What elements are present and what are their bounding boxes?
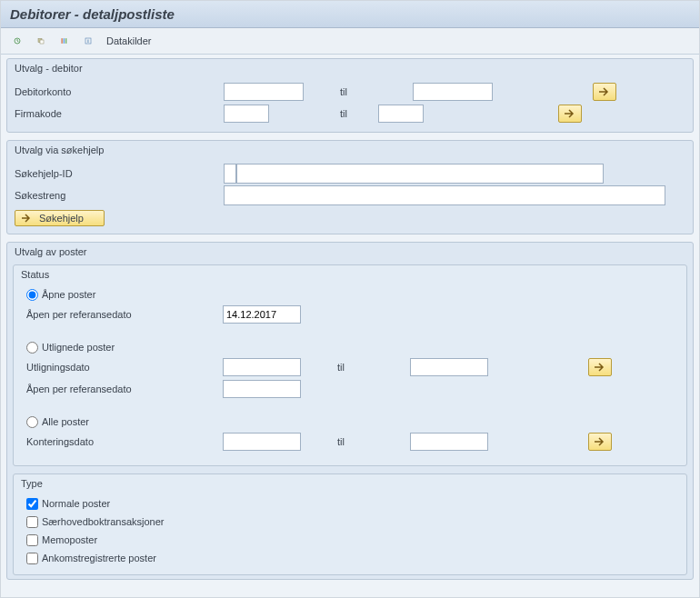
status-title: Status: [14, 265, 686, 284]
sokestreng-input[interactable]: [224, 185, 665, 205]
radio-cleared-poster[interactable]: Utlignede poster: [26, 338, 679, 356]
radio-all-poster[interactable]: Alle poster: [26, 413, 679, 431]
multiselect-utligningsdato-button[interactable]: [588, 358, 612, 376]
label-konteringsdato: Konteringsdato: [26, 436, 223, 447]
radio-open-poster-input[interactable]: [26, 289, 38, 301]
group-poster: Utvalg av poster Status Åpne poster Åpen…: [6, 242, 694, 580]
check-ankomst-input[interactable]: [26, 553, 38, 564]
type-title: Type: [14, 474, 686, 493]
svg-rect-2: [40, 40, 44, 44]
utligningsdato-to-input[interactable]: [410, 358, 488, 376]
label-sokehjelp-id: Søkehjelp-ID: [15, 168, 224, 179]
group-debitor-title: Utvalg - debitor: [7, 59, 693, 77]
svg-rect-3: [62, 38, 63, 44]
group-poster-title: Utvalg av poster: [7, 243, 693, 261]
label-sokestreng: Søkestreng: [15, 190, 224, 201]
row-sokestreng: Søkestreng: [15, 184, 685, 206]
check-normale-label: Normale poster: [42, 498, 110, 509]
til-label: til: [301, 436, 410, 447]
dynamic-select-icon[interactable]: [55, 32, 74, 50]
datakilder-button[interactable]: Datakilder: [106, 35, 152, 46]
check-ankomst-label: Ankomstregistrerte poster: [42, 553, 156, 563]
label-open-refdate: Åpen per referansedato: [26, 309, 223, 320]
check-memo-input[interactable]: [26, 534, 38, 546]
sokehjelp-id-desc-input[interactable]: [236, 164, 604, 184]
label-firmakode: Firmakode: [15, 108, 224, 119]
check-normale[interactable]: Normale poster: [26, 494, 679, 513]
check-memo-label: Memoposter: [42, 534, 97, 545]
sokehjelp-button[interactable]: Søkehjelp: [15, 210, 105, 226]
radio-open-poster-label: Åpne poster: [42, 289, 95, 300]
row-firmakode: Firmakode til: [15, 103, 685, 125]
check-saer-input[interactable]: [26, 516, 38, 528]
cleared-refdate-input[interactable]: [223, 380, 301, 398]
info-icon[interactable]: i: [79, 32, 97, 50]
label-debitorkonto: Debitorkonto: [15, 86, 224, 97]
til-label: til: [269, 108, 378, 119]
row-debitorkonto: Debitorkonto til: [15, 81, 685, 103]
titlebar: Debitorer - detaljpostliste: [1, 1, 699, 28]
inner-group-type: Type Normale poster Særhovedboktransaksj…: [13, 473, 687, 575]
row-cleared-refdate: Åpen per referansedato: [26, 378, 679, 400]
group-debitor: Utvalg - debitor Debitorkonto til Firmak…: [6, 58, 694, 133]
check-memo[interactable]: Memoposter: [26, 531, 679, 549]
arrow-right-icon: [21, 213, 32, 224]
svg-rect-4: [64, 38, 65, 44]
variant-icon[interactable]: [32, 32, 50, 50]
label-utligningsdato: Utligningsdato: [26, 362, 223, 373]
page-title: Debitorer - detaljpostliste: [10, 6, 690, 22]
check-saer[interactable]: Særhovedboktransaksjoner: [26, 513, 679, 531]
execute-icon[interactable]: [8, 32, 26, 50]
svg-text:i: i: [87, 38, 89, 44]
row-utligningsdato: Utligningsdato til: [26, 356, 679, 378]
body: Utvalg - debitor Debitorkonto til Firmak…: [1, 55, 699, 591]
group-sokehjelp-title: Utvalg via søkehjelp: [7, 141, 693, 159]
svg-rect-5: [65, 38, 66, 44]
til-label: til: [304, 86, 413, 97]
sokehjelp-button-label: Søkehjelp: [39, 213, 84, 224]
konteringsdato-to-input[interactable]: [410, 433, 488, 451]
row-open-refdate: Åpen per referansedato: [26, 304, 679, 325]
row-sokehjelp-id: Søkehjelp-ID: [15, 163, 685, 184]
multiselect-konteringsdato-button[interactable]: [588, 433, 612, 451]
radio-open-poster[interactable]: Åpne poster: [26, 285, 679, 304]
multiselect-debitorkonto-button[interactable]: [593, 83, 616, 101]
open-refdate-input[interactable]: [223, 305, 301, 324]
radio-all-poster-input[interactable]: [26, 416, 38, 428]
til-label: til: [301, 362, 410, 373]
group-sokehjelp: Utvalg via søkehjelp Søkehjelp-ID Søkest…: [6, 140, 694, 234]
check-normale-input[interactable]: [26, 498, 38, 510]
app-window: Debitorer - detaljpostliste i Datakilder…: [0, 0, 700, 598]
debitorkonto-to-input[interactable]: [413, 83, 493, 101]
konteringsdato-from-input[interactable]: [223, 433, 301, 451]
multiselect-firmakode-button[interactable]: [558, 105, 582, 123]
utligningsdato-from-input[interactable]: [223, 358, 301, 376]
firmakode-to-input[interactable]: [378, 105, 424, 123]
radio-all-poster-label: Alle poster: [42, 416, 89, 427]
check-saer-label: Særhovedboktransaksjoner: [42, 516, 165, 527]
sokehjelp-id-input[interactable]: [224, 164, 236, 184]
inner-group-status: Status Åpne poster Åpen per referansedat…: [13, 264, 687, 466]
label-cleared-refdate: Åpen per referansedato: [26, 384, 223, 394]
debitorkonto-from-input[interactable]: [224, 83, 304, 101]
firmakode-from-input[interactable]: [224, 105, 269, 123]
radio-cleared-poster-input[interactable]: [26, 342, 38, 354]
toolbar: i Datakilder: [1, 28, 699, 55]
row-konteringsdato: Konteringsdato til: [26, 431, 679, 453]
radio-cleared-poster-label: Utlignede poster: [42, 342, 115, 353]
check-ankomst[interactable]: Ankomstregistrerte poster: [26, 549, 679, 567]
